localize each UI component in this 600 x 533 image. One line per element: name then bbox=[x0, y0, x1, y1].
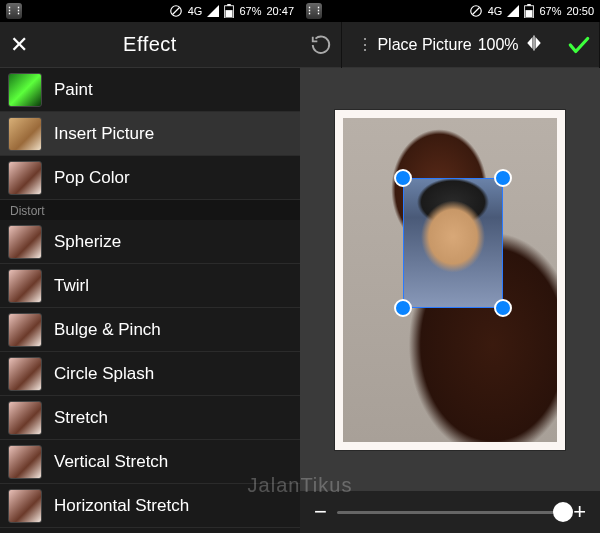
zoom-slider-bar: − + bbox=[300, 491, 600, 533]
base-photo[interactable] bbox=[335, 110, 565, 450]
thumb-paint bbox=[8, 73, 42, 107]
item-label: Stretch bbox=[54, 408, 108, 428]
right-panel: ⋮⋮ 4G 67% 20:50 ⋮ Place Picture 100% bbox=[300, 0, 600, 533]
title-bar: ✕ Effect bbox=[0, 22, 300, 68]
item-label: Twirl bbox=[54, 276, 89, 296]
item-label: Bulge & Pinch bbox=[54, 320, 161, 340]
thumb-stretch bbox=[8, 401, 42, 435]
drag-handle-icon: ⋮ bbox=[357, 35, 371, 54]
bbm-icon: ⋮⋮ bbox=[6, 3, 22, 19]
signal-icon bbox=[207, 5, 219, 17]
flip-horizontal-icon[interactable] bbox=[525, 34, 543, 56]
bbm-icon: ⋮⋮ bbox=[306, 3, 322, 19]
confirm-button[interactable] bbox=[558, 22, 600, 68]
slider-knob[interactable] bbox=[553, 502, 573, 522]
item-label: Horizontal Stretch bbox=[54, 496, 189, 516]
svg-rect-4 bbox=[226, 10, 233, 17]
statusbar-left: ⋮⋮ 4G 67% 20:47 bbox=[0, 0, 300, 22]
statusbar-right: ⋮⋮ 4G 67% 20:50 bbox=[300, 0, 600, 22]
network-label: 4G bbox=[488, 5, 503, 17]
thumb-horizontal-stretch bbox=[8, 489, 42, 523]
page-title: Effect bbox=[38, 33, 290, 56]
thumb-circle-splash bbox=[8, 357, 42, 391]
thumb-twirl bbox=[8, 269, 42, 303]
list-item[interactable]: Insert Picture bbox=[0, 112, 300, 156]
list-item[interactable]: Paint bbox=[0, 68, 300, 112]
canvas[interactable] bbox=[300, 68, 600, 491]
close-icon[interactable]: ✕ bbox=[10, 32, 38, 58]
item-label: Pop Color bbox=[54, 168, 130, 188]
list-item[interactable]: Bulge & Pinch bbox=[0, 308, 300, 352]
list-item[interactable]: Spherize bbox=[0, 220, 300, 264]
resize-handle-tr[interactable] bbox=[494, 169, 512, 187]
list-item[interactable]: Twirl bbox=[0, 264, 300, 308]
battery-icon bbox=[524, 4, 534, 18]
svg-rect-10 bbox=[533, 35, 534, 50]
resize-handle-tl[interactable] bbox=[394, 169, 412, 187]
network-label: 4G bbox=[188, 5, 203, 17]
thumb-insert-picture bbox=[8, 117, 42, 151]
svg-rect-9 bbox=[526, 10, 533, 17]
zoom-slider[interactable] bbox=[337, 511, 563, 514]
placed-picture[interactable] bbox=[403, 178, 503, 308]
section-header: Distort bbox=[0, 200, 300, 220]
toolbar-center[interactable]: ⋮ Place Picture 100% bbox=[342, 34, 558, 56]
battery-pct: 67% bbox=[239, 5, 261, 17]
battery-pct: 67% bbox=[539, 5, 561, 17]
clock: 20:50 bbox=[566, 5, 594, 17]
zoom-in-button[interactable]: + bbox=[573, 499, 586, 525]
zoom-value: 100% bbox=[478, 36, 519, 54]
list-item[interactable]: Horizontal Stretch bbox=[0, 484, 300, 528]
item-label: Paint bbox=[54, 80, 93, 100]
placed-face-image bbox=[404, 179, 502, 307]
item-label: Vertical Stretch bbox=[54, 452, 168, 472]
left-panel: ⋮⋮ 4G 67% 20:47 ✕ Effect Paint Insert Pi… bbox=[0, 0, 300, 533]
list-item[interactable]: Vertical Stretch bbox=[0, 440, 300, 484]
item-label: Insert Picture bbox=[54, 124, 154, 144]
no-sim-icon bbox=[469, 4, 483, 18]
svg-line-1 bbox=[172, 8, 179, 15]
toolbar: ⋮ Place Picture 100% bbox=[300, 22, 600, 68]
battery-icon bbox=[224, 4, 234, 18]
list-item[interactable]: Circle Splash bbox=[0, 352, 300, 396]
list-item[interactable]: Pop Color bbox=[0, 156, 300, 200]
svg-line-6 bbox=[472, 8, 479, 15]
clock: 20:47 bbox=[266, 5, 294, 17]
item-label: Circle Splash bbox=[54, 364, 154, 384]
thumb-spherize bbox=[8, 225, 42, 259]
resize-handle-bl[interactable] bbox=[394, 299, 412, 317]
thumb-bulge-pinch bbox=[8, 313, 42, 347]
resize-handle-br[interactable] bbox=[494, 299, 512, 317]
action-label: Place Picture bbox=[377, 36, 471, 54]
thumb-vertical-stretch bbox=[8, 445, 42, 479]
undo-button[interactable] bbox=[300, 22, 342, 68]
list-item[interactable]: Stretch bbox=[0, 396, 300, 440]
signal-icon bbox=[507, 5, 519, 17]
thumb-pop-color bbox=[8, 161, 42, 195]
effect-list[interactable]: Paint Insert Picture Pop Color Distort S… bbox=[0, 68, 300, 533]
no-sim-icon bbox=[169, 4, 183, 18]
item-label: Spherize bbox=[54, 232, 121, 252]
zoom-out-button[interactable]: − bbox=[314, 499, 327, 525]
